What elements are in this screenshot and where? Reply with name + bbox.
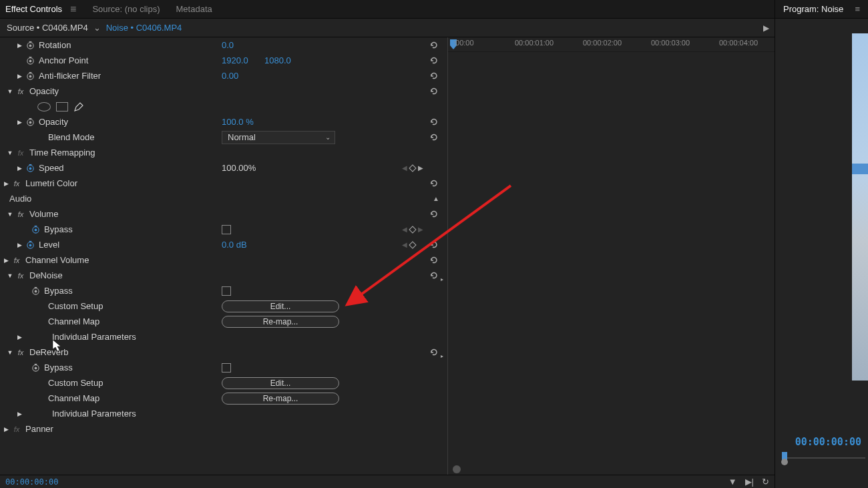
add-keyframe-icon[interactable] <box>409 164 416 172</box>
program-viewer[interactable] <box>852 33 868 381</box>
prev-keyframe-icon[interactable]: ◀ <box>402 164 407 172</box>
level-value[interactable]: 0.0 dB <box>222 240 247 250</box>
prev-keyframe-icon[interactable]: ◀ <box>402 226 407 233</box>
speed-value[interactable]: 100.00% <box>222 163 256 173</box>
volume-section: ▼ fx Volume <box>0 206 447 222</box>
fx-icon[interactable]: fx <box>12 425 21 434</box>
program-scrubber[interactable] <box>782 449 865 463</box>
tab-source[interactable]: Source: (no clips) <box>92 4 160 14</box>
blend-mode-label: Blend Mode <box>48 132 94 142</box>
fx-icon[interactable]: fx <box>12 256 21 265</box>
antiflicker-value[interactable]: 0.00 <box>222 71 238 81</box>
bypass-checkbox[interactable] <box>222 225 231 234</box>
scrubber-knob[interactable] <box>781 459 788 465</box>
fx-icon[interactable]: fx <box>16 271 25 280</box>
reset-icon[interactable]: ▸ <box>429 270 439 281</box>
ellipse-mask-tool-icon[interactable] <box>37 102 51 111</box>
stopwatch-icon[interactable] <box>25 240 35 250</box>
collapse-arrow-icon[interactable]: ▼ <box>7 150 13 156</box>
fx-icon[interactable]: fx <box>16 348 25 357</box>
stopwatch-icon[interactable] <box>25 41 35 50</box>
loop-icon[interactable]: ↻ <box>762 477 769 487</box>
audio-section-divider: Audio ▲ <box>0 191 447 206</box>
reset-icon[interactable] <box>429 178 439 189</box>
dereverb-bypass-row: Bypass <box>0 360 447 375</box>
pen-mask-tool-icon[interactable] <box>73 101 84 112</box>
reset-icon[interactable] <box>429 71 439 81</box>
collapse-arrow-icon[interactable]: ▼ <box>7 272 13 279</box>
prev-keyframe-icon[interactable]: ◀ <box>402 241 407 248</box>
reset-icon[interactable] <box>429 255 439 266</box>
tab-metadata[interactable]: Metadata <box>176 4 212 14</box>
reset-icon[interactable] <box>429 132 439 143</box>
expand-arrow-icon[interactable]: ▶ <box>3 180 9 187</box>
add-keyframe-icon[interactable] <box>409 241 416 248</box>
dereverb-edit-button[interactable]: Edit... <box>222 377 339 389</box>
play-only-icon[interactable]: ▶| <box>745 477 754 487</box>
level-row: ▶ Level 0.0 dB ◀ ▶ <box>0 237 447 252</box>
dereverb-label: DeReverb <box>29 347 69 357</box>
play-icon[interactable]: ▶ <box>763 23 769 33</box>
stopwatch-icon[interactable] <box>31 225 40 234</box>
denoise-edit-button[interactable]: Edit... <box>222 300 339 312</box>
opacity-value[interactable]: 100.0 % <box>222 117 254 127</box>
reset-icon[interactable]: ▸ <box>429 347 439 358</box>
stopwatch-icon[interactable] <box>31 363 40 373</box>
expand-arrow-icon[interactable]: ▶ <box>16 411 23 417</box>
blend-mode-value: Normal <box>228 132 256 142</box>
collapse-up-icon[interactable]: ▲ <box>433 195 439 202</box>
reset-icon[interactable] <box>429 40 439 51</box>
collapse-arrow-icon[interactable]: ▼ <box>7 211 13 218</box>
add-keyframe-icon[interactable] <box>409 226 416 233</box>
panel-menu-icon[interactable]: ≡ <box>855 4 860 14</box>
collapse-arrow-icon[interactable]: ▼ <box>7 88 13 95</box>
opacity-mask-tools <box>0 99 447 114</box>
svg-point-26 <box>34 367 37 370</box>
dereverb-remap-button[interactable]: Re-map... <box>222 393 339 405</box>
audio-label: Audio <box>9 194 31 204</box>
timeline-ruler[interactable]: :00:00 00:00:01:00 00:00:02:00 00:00:03:… <box>448 37 775 52</box>
bypass-checkbox[interactable] <box>222 363 231 373</box>
expand-arrow-icon[interactable]: ▶ <box>16 73 23 79</box>
fx-icon[interactable]: fx <box>12 179 21 188</box>
fx-icon[interactable]: fx <box>16 87 25 96</box>
timeline-zoom-handle-left[interactable] <box>453 465 461 473</box>
reset-icon[interactable] <box>429 117 439 128</box>
tab-effect-controls[interactable]: Effect Controls <box>5 4 62 14</box>
denoise-remap-button[interactable]: Re-map... <box>222 316 339 328</box>
stopwatch-icon[interactable] <box>25 71 35 81</box>
stopwatch-icon[interactable] <box>25 117 35 127</box>
rotation-value[interactable]: 0.0 <box>222 40 234 50</box>
anchor-y-value[interactable]: 1080.0 <box>264 55 291 65</box>
reset-icon[interactable] <box>429 55 439 66</box>
program-timecode[interactable]: 00:00:00:00 <box>795 436 861 448</box>
expand-arrow-icon[interactable]: ▶ <box>3 426 9 433</box>
expand-arrow-icon[interactable]: ▶ <box>16 334 23 340</box>
expand-arrow-icon[interactable]: ▶ <box>16 42 23 49</box>
collapse-arrow-icon[interactable]: ▼ <box>7 349 13 356</box>
reset-icon[interactable] <box>429 86 439 97</box>
panel-menu-icon[interactable]: ≡ <box>70 3 76 15</box>
reset-icon[interactable] <box>429 209 439 220</box>
fx-icon[interactable]: fx <box>16 148 25 158</box>
reset-icon[interactable] <box>429 240 439 250</box>
sequence-clip-label[interactable]: Noise • C0406.MP4 <box>106 23 182 33</box>
stopwatch-icon[interactable] <box>25 56 35 65</box>
expand-arrow-icon[interactable]: ▶ <box>16 242 23 248</box>
fx-icon[interactable]: fx <box>16 210 25 219</box>
current-timecode[interactable]: 00:00:00:00 <box>5 477 58 487</box>
denoise-label: DeNoise <box>29 270 63 280</box>
stopwatch-icon[interactable] <box>25 164 35 173</box>
expand-arrow-icon[interactable]: ▶ <box>16 119 23 126</box>
next-keyframe-icon[interactable]: ▶ <box>418 164 423 172</box>
anchor-x-value[interactable]: 1920.0 <box>222 55 248 65</box>
blend-mode-dropdown[interactable]: Normal ⌄ <box>222 131 335 144</box>
source-dropdown-icon[interactable]: ⌄ <box>93 23 101 33</box>
expand-arrow-icon[interactable]: ▶ <box>3 257 9 264</box>
rectangle-mask-tool-icon[interactable] <box>56 102 68 111</box>
next-keyframe-icon[interactable]: ▶ <box>418 226 423 233</box>
filter-icon[interactable]: ▼ <box>728 477 737 487</box>
expand-arrow-icon[interactable]: ▶ <box>16 165 23 172</box>
stopwatch-icon[interactable] <box>31 286 40 296</box>
bypass-checkbox[interactable] <box>222 286 231 296</box>
